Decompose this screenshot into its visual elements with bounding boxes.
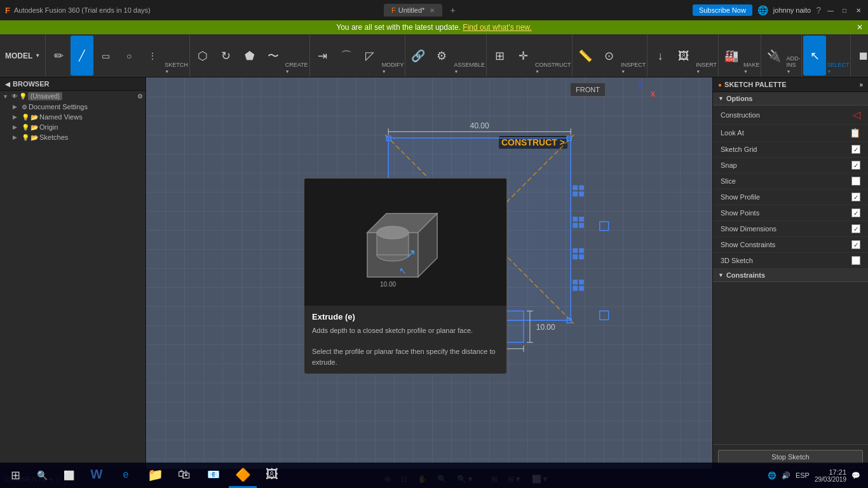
modify-group: ⇥ ⌒ ◸ MODIFY ▼ — [310, 34, 406, 77]
search-btn[interactable]: 🔍 — [29, 463, 55, 488]
insert-derive-btn[interactable]: ↓ — [649, 36, 672, 76]
extrude-btn[interactable]: ⬡ — [191, 36, 214, 76]
settings-icon[interactable]: ⚙ — [137, 93, 143, 100]
taskbar-network-icon[interactable]: 🌐 — [768, 471, 776, 480]
create-group: ⬡ ↻ ⬟ 〜 CREATE ▼ — [190, 34, 310, 77]
measure-btn[interactable]: 📏 — [574, 36, 597, 76]
svg-rect-15 — [573, 223, 578, 228]
sketch-label: SKETCH ▼ — [165, 62, 188, 74]
chamfer-btn[interactable]: ◸ — [358, 36, 381, 76]
sweep-icon: 〜 — [268, 50, 279, 62]
3d-sketch-row[interactable]: 3D Sketch — [713, 253, 868, 269]
section-analysis-btn[interactable]: ⊙ — [597, 36, 620, 76]
maximize-btn[interactable]: □ — [840, 6, 849, 15]
palette-collapse-icon[interactable]: ● — [718, 81, 722, 88]
taskbar-edge[interactable]: e — [112, 463, 140, 488]
look-at-row[interactable]: Look At 📋 — [713, 125, 868, 142]
presspull-icon: ⇥ — [318, 50, 327, 62]
constraints-section-header[interactable]: ▼ Constraints — [713, 269, 868, 282]
taskbar-clock[interactable]: 17:21 29/03/2019 — [815, 468, 846, 483]
show-dimensions-checkbox[interactable] — [851, 224, 860, 233]
taskbar-store[interactable]: 🛍 — [170, 463, 198, 488]
tab-close-icon[interactable]: ✕ — [430, 7, 435, 14]
minimize-btn[interactable]: — — [826, 6, 835, 15]
snap-row[interactable]: Snap — [713, 158, 868, 173]
browser-item-doc-settings[interactable]: ▶ ⚙ Document Settings — [0, 102, 146, 112]
help-icon[interactable]: ? — [816, 5, 821, 15]
construction-icon: ◁ — [853, 109, 860, 121]
options-section-header[interactable]: ▼ Options — [713, 92, 868, 105]
sketch-grid-row[interactable]: Sketch Grid — [713, 142, 868, 158]
construct-axis-btn[interactable]: ✛ — [512, 36, 534, 76]
taskbar-fusion[interactable]: 🔶 — [229, 463, 257, 488]
browser-item-origin[interactable]: ▶ 💡 📂 Origin — [0, 122, 146, 132]
3d-sketch-checkbox[interactable] — [851, 256, 860, 265]
snap-checkbox[interactable] — [851, 161, 860, 170]
sketch-circle-btn[interactable]: ○ — [118, 36, 140, 76]
model-selector[interactable]: MODEL ▼ — [0, 34, 46, 77]
browser-item-sketches[interactable]: ▶ 💡 📂 Sketches — [0, 132, 146, 142]
browser-expand-icon[interactable]: ◀ — [5, 81, 10, 88]
close-btn[interactable]: ✕ — [854, 6, 863, 15]
taskbar-volume-icon[interactable]: 🔊 — [782, 471, 790, 480]
press-pull-btn[interactable]: ⇥ — [311, 36, 334, 76]
modify-label: MODIFY ▼ — [382, 62, 404, 74]
windows-taskbar: ⊞ 🔍 ⬜ W e 📁 🛍 📧 🔶 🖼 🌐 🔊 ESP 17:21 29/03/… — [0, 463, 868, 488]
taskbar-photos[interactable]: 🖼 — [258, 463, 286, 488]
task-view-btn[interactable]: ⬜ — [56, 463, 81, 488]
show-profile-checkbox[interactable] — [851, 193, 860, 201]
taskbar-notifications-icon[interactable]: 💬 — [851, 471, 860, 480]
make-btn[interactable]: 🏭 — [720, 36, 743, 76]
show-constraints-row[interactable]: Show Constraints — [713, 237, 868, 253]
browser-item-named-views[interactable]: ▶ 💡 📂 Named Views — [0, 112, 146, 122]
sketch-grid-checkbox[interactable] — [851, 145, 860, 154]
subscribe-button[interactable]: Subscribe Now — [693, 4, 752, 16]
svg-rect-19 — [573, 254, 578, 259]
sketch-line-btn[interactable]: ╱ — [71, 36, 93, 76]
start-btn[interactable]: ⊞ — [3, 463, 28, 488]
show-dimensions-row[interactable]: Show Dimensions — [713, 221, 868, 237]
show-points-checkbox[interactable] — [851, 208, 860, 217]
insert-svg-btn[interactable]: 🖼 — [672, 36, 695, 76]
sketch-rect-btn[interactable]: ▭ — [94, 36, 117, 76]
sweep-btn[interactable]: 〜 — [262, 36, 285, 76]
show-constraints-checkbox[interactable] — [851, 240, 860, 249]
banner-close-btn[interactable]: ✕ — [857, 23, 863, 32]
global-icon[interactable]: 🌐 — [757, 5, 768, 15]
slice-row[interactable]: Slice — [713, 173, 868, 189]
new-tab-btn[interactable]: + — [446, 5, 459, 15]
active-tab[interactable]: F Untitled* ✕ — [384, 4, 442, 17]
expand-icon: ▶ — [13, 104, 20, 110]
canvas-area[interactable]: FRONT Z X CONSTRUCT > 40.00 — [146, 78, 712, 469]
construction-row[interactable]: Construction ◁ — [713, 105, 868, 125]
svg-text:↗: ↗ — [405, 247, 416, 261]
stop-sketch-btn[interactable]: ⏹ — [852, 36, 868, 76]
stop-sketch-button[interactable]: Stop Sketch — [718, 450, 863, 464]
offset-plane-btn[interactable]: ⊞ — [488, 36, 511, 76]
slice-checkbox[interactable] — [851, 177, 860, 186]
show-profile-row[interactable]: Show Profile — [713, 189, 868, 205]
make-label: MAKE ▼ — [743, 62, 760, 74]
taskbar-outlook[interactable]: 📧 — [200, 463, 227, 488]
fillet-btn[interactable]: ⌒ — [335, 36, 358, 76]
show-points-row[interactable]: Show Points — [713, 205, 868, 221]
loft-btn[interactable]: ⬟ — [238, 36, 261, 76]
browser-item-unsaved[interactable]: ▼ 👁 💡 (Unsaved) ⚙ — [0, 91, 146, 102]
rigid-group-btn[interactable]: ⚙ — [430, 36, 453, 76]
joint-btn[interactable]: 🔗 — [407, 36, 430, 76]
construction-label: Construction — [721, 111, 760, 119]
username: johnny naito — [773, 6, 811, 14]
sketch-more-btn[interactable]: ⋮ — [141, 36, 164, 76]
sketch-create-btn[interactable]: ✏ — [47, 36, 70, 76]
select-btn[interactable]: ↖ — [803, 36, 826, 76]
revolve-btn[interactable]: ↻ — [215, 36, 238, 76]
scripts-btn[interactable]: 🔌 — [763, 36, 785, 76]
palette-expand-icon[interactable]: » — [859, 81, 863, 88]
constraints-label: Constraints — [726, 271, 765, 279]
taskbar-explorer[interactable]: 📁 — [141, 463, 169, 488]
svg-rect-43 — [600, 222, 609, 231]
banner-link[interactable]: Find out what's new. — [463, 23, 531, 32]
taskbar-word[interactable]: W — [83, 463, 111, 488]
named-views-label: Named Views — [39, 113, 83, 121]
svg-rect-28 — [579, 191, 584, 196]
